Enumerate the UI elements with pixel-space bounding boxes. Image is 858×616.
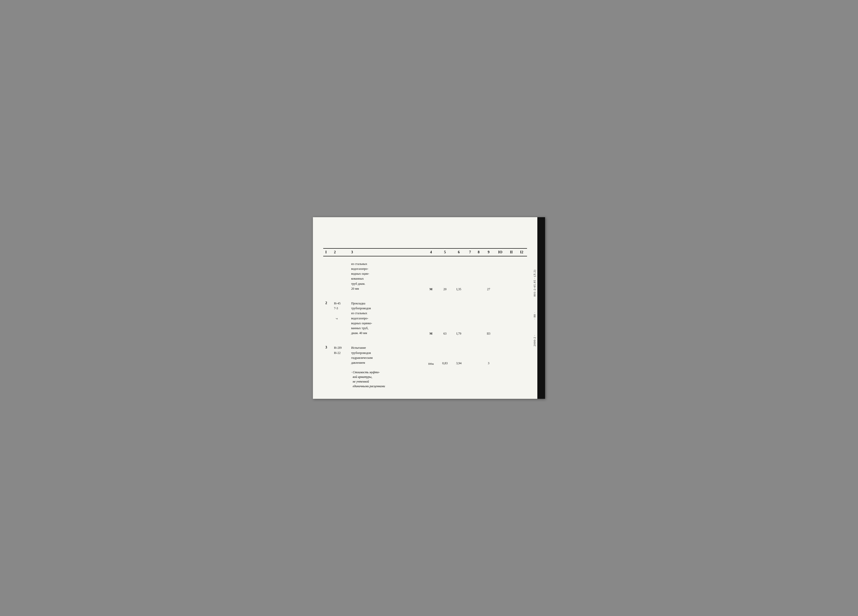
row3-col4: I00м — [424, 343, 438, 367]
header-col-2: 2 — [332, 249, 349, 256]
row3-col10 — [494, 343, 507, 367]
row1-col5: 20 — [438, 256, 452, 293]
row3-col7 — [466, 343, 474, 367]
header-col-8: 8 — [474, 249, 483, 256]
row3-col11 — [507, 343, 516, 367]
row3-col5: 0,83 — [438, 343, 452, 367]
row3-col9: 3 — [483, 343, 494, 367]
page: 801-2-65.85 · (Л.2) · 88 · 2000-2 · I 2 … — [313, 217, 545, 399]
side-text-1: 801-2-65.85 · (Л.2) — [533, 269, 536, 296]
row1-col4: М — [424, 256, 438, 293]
black-bar — [537, 217, 545, 399]
row2-col10 — [494, 299, 507, 338]
row1-col11 — [507, 256, 516, 293]
row1-col6: I,35 — [452, 256, 466, 293]
header-col-5: 5 — [438, 249, 452, 256]
row3-col12 — [516, 343, 527, 367]
note-text: · Стоимость муфто- вой арматуры, не учте… — [349, 367, 527, 389]
side-text-container: 801-2-65.85 · (Л.2) · 88 · 2000-2 · — [533, 217, 536, 399]
table-row: 2 I6-457-3 ·« Прокладкатрубопроводовиз с… — [323, 299, 527, 338]
table-row: из стальныхводогазопро-водных оцин-кован… — [323, 256, 527, 293]
row1-col1 — [323, 256, 332, 293]
row3-col2: I6-2I9I6-22 — [332, 343, 349, 367]
row3-col8 — [474, 343, 483, 367]
row2-col12 — [516, 299, 527, 338]
row3-col1: 3 — [323, 343, 332, 367]
spacer-row-2 — [323, 338, 527, 343]
row1-col7 — [466, 256, 474, 293]
row3-col6: 3,94 — [452, 343, 466, 367]
main-table: I 2 3 4 5 6 7 8 9 IO II I2 — [323, 248, 527, 389]
note-row: · Стоимость муфто- вой арматуры, не учте… — [323, 367, 527, 389]
row1-col2 — [332, 256, 349, 293]
row1-desc: из стальныхводогазопро-водных оцин-кован… — [349, 256, 424, 293]
row2-desc: Прокладкатрубопроводовиз стальныхводогаз… — [349, 299, 424, 338]
row1-col8 — [474, 256, 483, 293]
row1-col10 — [494, 256, 507, 293]
header-col-11: II — [507, 249, 516, 256]
header-col-10: IO — [494, 249, 507, 256]
table-row: 3 I6-2I9I6-22 Испытаниетрубопроводовгидр… — [323, 343, 527, 367]
note-spacer — [323, 367, 349, 389]
side-text-3: 2000-2 · — [533, 335, 536, 347]
header-col-12: I2 — [516, 249, 527, 256]
row2-col2: I6-457-3 ·« — [332, 299, 349, 338]
row2-col8 — [474, 299, 483, 338]
row2-col9: II3 — [483, 299, 494, 338]
header-col-1: I — [323, 249, 332, 256]
row2-col5: 63 — [438, 299, 452, 338]
side-text-2: · 88 · — [533, 312, 536, 319]
row1-col9: 27 — [483, 256, 494, 293]
row2-col7 — [466, 299, 474, 338]
header-col-9: 9 — [483, 249, 494, 256]
row1-col12 — [516, 256, 527, 293]
header-col-6: 6 — [452, 249, 466, 256]
header-col-4: 4 — [424, 249, 438, 256]
row2-col4: М — [424, 299, 438, 338]
main-content: I 2 3 4 5 6 7 8 9 IO II I2 — [323, 227, 527, 389]
header-col-7: 7 — [466, 249, 474, 256]
spacer-row-1 — [323, 293, 527, 299]
row3-desc: Испытаниетрубопроводовгидравлическимдавл… — [349, 343, 424, 367]
row2-col1: 2 — [323, 299, 332, 338]
row2-col11 — [507, 299, 516, 338]
header-col-3: 3 — [349, 249, 424, 256]
table-header-row: I 2 3 4 5 6 7 8 9 IO II I2 — [323, 249, 527, 256]
row2-col6: I,79 — [452, 299, 466, 338]
